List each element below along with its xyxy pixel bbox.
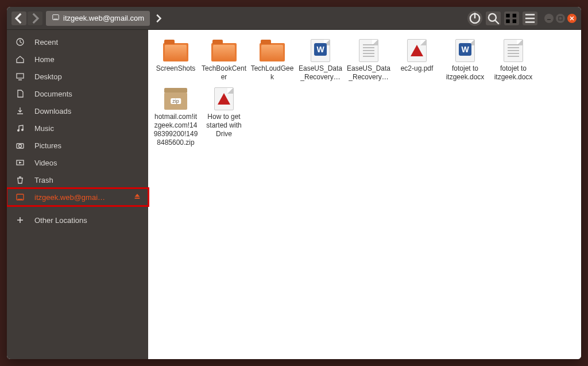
nav-back-button[interactable] [11,11,26,25]
sidebar-item-label: Music [34,124,54,133]
folder-icon [163,43,188,61]
power-button[interactable] [467,11,482,26]
svg-rect-9 [513,19,517,23]
word-doc-icon: W [311,39,330,62]
plus-icon [15,215,25,225]
file-item[interactable]: ScreenShots [152,38,200,83]
drive-icon [52,13,60,23]
sidebar-item-label: itzgeek.web@gmai… [34,193,105,202]
sidebar-item-home[interactable]: Home [7,51,148,68]
sidebar-item-pictures[interactable]: Pictures [7,137,148,154]
sidebar-item-music[interactable]: Music [7,120,148,137]
svg-point-4 [489,13,496,21]
camera-icon [15,141,25,150]
sidebar-item-downloads[interactable]: Downloads [7,102,148,120]
video-icon [15,158,25,167]
text-doc-icon [359,39,378,62]
file-item[interactable]: WEaseUS_Data_Recovery… [296,38,345,83]
clock-icon [15,37,25,47]
drive-icon [15,192,25,202]
sidebar-item-label: Downloads [34,107,71,115]
eject-button[interactable] [133,192,141,202]
doc-icon [15,89,25,98]
file-label: TechBookCenter [201,64,247,82]
sidebar-item-desktop[interactable]: Desktop [7,68,148,85]
sidebar-item-label: Recent [34,38,58,47]
file-item[interactable]: TechLoudGeek [248,38,296,83]
svg-rect-6 [506,13,510,17]
file-grid[interactable]: ScreenShotsTechBookCenterTechLoudGeekWEa… [148,30,581,359]
window-close-button[interactable] [567,14,577,23]
music-icon [15,124,25,133]
svg-rect-27 [135,198,140,199]
svg-rect-1 [54,19,58,20]
pdf-icon [214,87,234,110]
path-expand-button[interactable] [153,11,165,25]
hamburger-menu-button[interactable] [523,11,537,25]
svg-point-23 [19,145,22,148]
home-icon [15,55,25,64]
view-toggle-button[interactable] [504,11,519,25]
file-item[interactable]: hotmail.com!itzgeek.com!1498399200!14984… [152,86,200,148]
sidebar-item-label: Desktop [34,72,62,81]
file-label: How to get started with Drive [201,113,247,138]
sidebar: RecentHomeDesktopDocumentsDownloadsMusic… [7,30,148,359]
word-doc-icon: W [455,39,475,62]
pdf-icon [407,39,427,62]
svg-point-20 [17,129,20,132]
file-item[interactable]: ec2-ug.pdf [393,38,441,83]
sidebar-item-videos[interactable]: Videos [7,154,148,171]
file-label: EaseUS_Data_Recovery… [346,64,392,82]
svg-line-5 [495,20,499,24]
svg-rect-8 [506,19,510,23]
file-item[interactable]: fotojet to itzgeek.docx [489,38,537,83]
file-item[interactable]: TechBookCenter [200,38,248,83]
folder-icon [211,43,237,61]
sidebar-item-label: Videos [34,159,57,167]
file-label: ScreenShots [156,64,196,73]
path-label: itzgeek.web@gmail.com [63,14,144,22]
file-label: TechLoudGeek [249,64,295,82]
text-doc-icon [504,39,523,62]
zip-icon [164,93,187,110]
file-label: fotojet to itzgeek.docx [442,64,488,82]
file-label: EaseUS_Data_Recovery… [297,64,343,82]
file-label: hotmail.com!itzgeek.com!1498399200!14984… [153,113,199,147]
file-label: ec2-ug.pdf [401,64,434,73]
trash-icon [15,175,25,184]
svg-rect-26 [18,199,22,199]
nav-forward-button [28,11,42,25]
sidebar-item-label: Documents [34,90,72,98]
sidebar-item-trash[interactable]: Trash [7,171,148,188]
desktop-icon [15,72,25,81]
sidebar-item-label: Trash [34,176,53,184]
svg-point-21 [21,129,24,131]
folder-icon [260,43,285,61]
sidebar-item-label: Pictures [34,141,61,150]
window-maximize-button[interactable] [556,14,565,23]
sidebar-item-label: Home [34,55,55,64]
header-bar: itzgeek.web@gmail.com [7,7,581,30]
sidebar-item-gdrive[interactable]: itzgeek.web@gmai… [7,188,148,206]
file-item[interactable]: How to get started with Drive [200,86,248,148]
svg-rect-18 [17,74,24,78]
svg-rect-14 [559,17,562,20]
window-minimize-button[interactable] [544,14,554,23]
download-icon [15,106,25,115]
sidebar-item-other[interactable]: Other Locations [7,211,148,229]
search-button[interactable] [486,11,501,25]
file-manager-window: itzgeek.web@gmail.com [7,7,581,359]
sidebar-item-label: Other Locations [34,216,87,225]
svg-rect-7 [513,13,517,17]
sidebar-item-recent[interactable]: Recent [7,33,148,51]
path-bar[interactable]: itzgeek.web@gmail.com [46,11,150,26]
sidebar-item-documents[interactable]: Documents [7,85,148,102]
file-item[interactable]: Wfotojet to itzgeek.docx [441,38,489,83]
file-label: fotojet to itzgeek.docx [490,64,536,82]
file-item[interactable]: EaseUS_Data_Recovery… [345,38,393,83]
